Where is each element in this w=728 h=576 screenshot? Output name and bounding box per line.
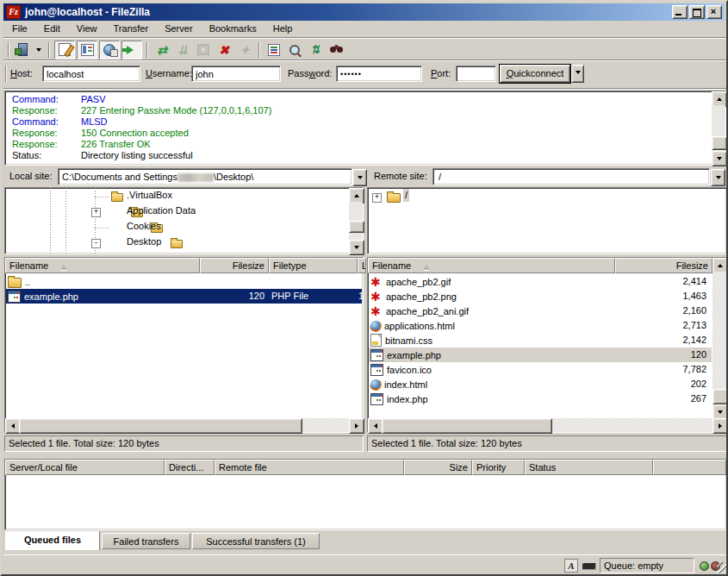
file-row-parent-dir[interactable]: .. [6, 274, 362, 289]
remote-site-dropdown-button[interactable] [711, 169, 725, 186]
menu-file[interactable]: File [5, 22, 34, 36]
password-input[interactable] [336, 66, 422, 82]
tree-item-desktop[interactable]: Desktop [125, 235, 163, 248]
close-button[interactable]: × [706, 5, 722, 19]
username-input[interactable] [191, 66, 281, 82]
menu-edit[interactable]: Edit [37, 22, 67, 36]
local-list-hscrollbar[interactable] [5, 418, 363, 432]
column-header-filesize[interactable]: Filesize [615, 258, 712, 273]
disconnect-button[interactable]: ✖ [215, 41, 233, 59]
file-row[interactable]: bitnami.css2,142 [369, 333, 712, 347]
process-queue-button[interactable]: ⇊ [173, 41, 192, 59]
scroll-right-button[interactable] [712, 418, 728, 434]
minimize-button[interactable] [672, 5, 688, 19]
tree-expander-minus[interactable]: - [91, 239, 101, 248]
quickconnect-button[interactable]: Quickconnect [500, 65, 570, 83]
file-row[interactable]: index.php267 [369, 391, 712, 406]
menu-transfer[interactable]: Transfer [107, 22, 156, 36]
column-header-filename[interactable]: Filename [5, 258, 200, 273]
title-bar[interactable]: Fz john@localhost - FileZilla × [3, 3, 725, 21]
column-header-last-modified[interactable]: L [358, 258, 366, 273]
scroll-down-button[interactable] [349, 240, 364, 255]
toggle-directory-trees-button[interactable] [77, 41, 97, 59]
queue-column-direction[interactable]: Directi... [165, 460, 215, 475]
tree-item-root[interactable]: / [403, 189, 409, 202]
remote-path: / [439, 172, 441, 182]
local-tree-scrollbar[interactable] [349, 188, 363, 254]
message-log: Command:PASV Response:227 Entering Passi… [4, 91, 726, 166]
scrollbar-thumb[interactable] [349, 221, 364, 233]
refresh-button[interactable]: ⇄ [152, 41, 171, 59]
log-line: Command:PASV [12, 94, 106, 104]
directory-comparison-button[interactable] [285, 41, 304, 59]
file-row-selected[interactable]: example.php120 [369, 347, 712, 362]
toolbar-grip[interactable] [8, 42, 9, 58]
scrollbar-track[interactable] [712, 272, 726, 404]
tree-expander-plus[interactable]: + [91, 208, 101, 217]
tree-item-virtualbox[interactable]: .VirtualBox [125, 189, 174, 202]
scrollbar-thumb[interactable] [382, 418, 552, 434]
menu-help[interactable]: Help [266, 22, 300, 36]
find-files-button[interactable] [327, 41, 345, 59]
remote-site-path-combobox[interactable]: / [432, 168, 710, 185]
menu-view[interactable]: View [70, 22, 104, 36]
file-row[interactable]: favicon.ico7,782 [369, 362, 712, 377]
speed-limit-icon[interactable] [582, 562, 596, 570]
tab-failed-transfers[interactable]: Failed transfers [102, 533, 190, 549]
tab-queued-files[interactable]: Queued files [5, 531, 100, 550]
host-input[interactable] [42, 66, 140, 82]
toggle-transfer-queue-button[interactable] [121, 41, 142, 59]
reconnect-button[interactable]: ✦ [235, 41, 254, 59]
maximize-button[interactable] [689, 5, 705, 19]
file-row[interactable]: applications.html2,713 [369, 318, 712, 333]
data-type-ascii-icon[interactable]: A [564, 559, 578, 573]
local-directory-tree[interactable]: .VirtualBox + Application Data Cookies -… [4, 187, 364, 254]
file-row[interactable]: apache_pb2_ani.gif2,160 [369, 304, 712, 318]
tree-expander-plus[interactable]: + [372, 193, 382, 203]
queue-column-size[interactable]: Size [404, 460, 472, 475]
file-row[interactable]: apache_pb2.png1,463 [369, 289, 712, 304]
quickconnect-grip[interactable] [5, 66, 7, 83]
scrollbar-thumb[interactable] [712, 389, 728, 404]
queue-column-remote-file[interactable]: Remote file [215, 460, 404, 475]
column-header-filetype[interactable]: Filetype [269, 258, 358, 273]
scrollbar-thumb[interactable] [19, 418, 302, 434]
scrollbar-thumb[interactable] [712, 136, 727, 150]
menu-bookmarks[interactable]: Bookmarks [202, 22, 264, 36]
remote-list-hscrollbar[interactable] [368, 418, 726, 432]
remote-file-list[interactable]: Filename Filesize apache_pb2.gif2,414 ap… [367, 257, 727, 433]
quickconnect-dropdown-button[interactable] [571, 65, 584, 83]
file-row[interactable]: index.html202 [369, 377, 712, 391]
queue-column-status[interactable]: Status [525, 460, 653, 475]
remote-list-vscrollbar[interactable] [712, 258, 726, 418]
file-row[interactable]: apache_pb2.gif2,414 [369, 274, 712, 289]
site-manager-dropdown-button[interactable] [34, 41, 44, 59]
toggle-message-log-button[interactable] [54, 41, 75, 59]
close-icon: × [707, 6, 719, 16]
log-scrollbar[interactable] [712, 91, 725, 165]
column-header-filename[interactable]: Filename [368, 258, 615, 273]
directory-listing-filters-button[interactable] [264, 41, 283, 59]
file-name: index.php [387, 394, 428, 404]
tree-item-application-data[interactable]: Application Data [125, 204, 197, 217]
local-site-dropdown-button[interactable] [352, 169, 367, 186]
port-input[interactable] [456, 66, 496, 82]
site-manager-button[interactable] [13, 41, 32, 59]
queue-column-local-file[interactable]: Server/Local file [5, 460, 165, 475]
scroll-right-button[interactable] [349, 418, 364, 434]
file-row-selected[interactable]: example.php 120 PHP File 1 [6, 289, 362, 304]
queue-column-priority[interactable]: Priority [472, 460, 525, 475]
synchronized-browsing-button[interactable]: ⇅ [306, 41, 325, 59]
transfer-queue-panel[interactable]: Server/Local file Directi... Remote file… [4, 459, 727, 530]
scroll-down-button[interactable] [712, 151, 727, 166]
menu-server[interactable]: Server [158, 22, 199, 36]
cancel-operation-button[interactable]: x [194, 41, 213, 59]
local-site-path-combobox[interactable]: C:\Documents and Settings\Desktop\ [58, 168, 352, 185]
tab-successful-transfers[interactable]: Successful transfers (1) [192, 533, 320, 549]
column-header-filesize[interactable]: Filesize [200, 258, 269, 273]
local-file-list[interactable]: Filename Filesize Filetype L .. example.… [4, 257, 364, 433]
tree-item-cookies[interactable]: Cookies [125, 220, 163, 233]
toggle-remote-tree-button[interactable] [99, 41, 120, 59]
resize-grip[interactable] [717, 562, 728, 573]
remote-directory-tree[interactable]: + / [367, 187, 727, 254]
